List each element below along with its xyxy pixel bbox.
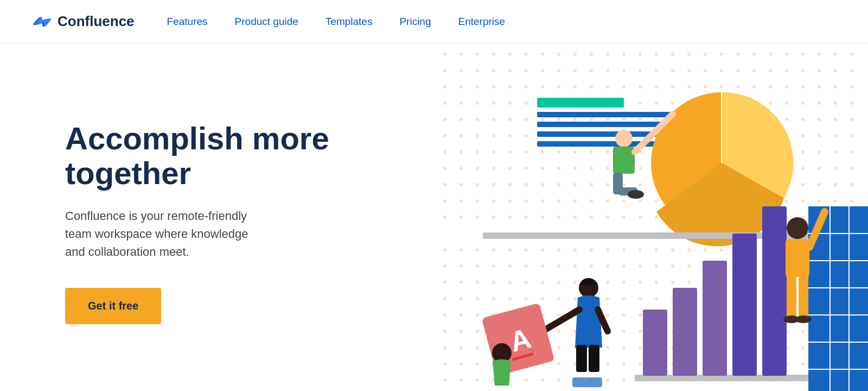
svg-rect-546 xyxy=(703,261,727,376)
svg-point-4 xyxy=(508,53,512,56)
logo-text: Confluence xyxy=(58,13,135,30)
svg-point-214 xyxy=(541,183,544,186)
svg-point-220 xyxy=(639,183,642,186)
nav-link-product-guide[interactable]: Product guide xyxy=(235,16,298,28)
svg-point-112 xyxy=(573,118,577,121)
svg-point-464 xyxy=(801,346,805,349)
svg-point-233 xyxy=(850,183,853,186)
svg-point-372 xyxy=(573,297,577,300)
nav-link-pricing[interactable]: Pricing xyxy=(399,16,431,28)
svg-point-478 xyxy=(606,362,609,365)
svg-point-57 xyxy=(525,85,528,89)
svg-point-157 xyxy=(459,150,463,154)
svg-point-20 xyxy=(769,53,772,56)
svg-point-376 xyxy=(639,297,642,300)
svg-point-490 xyxy=(801,362,805,365)
svg-point-290 xyxy=(508,248,512,251)
svg-point-108 xyxy=(508,118,512,121)
svg-point-159 xyxy=(492,150,495,154)
svg-point-504 xyxy=(606,379,609,382)
svg-point-51 xyxy=(850,69,853,72)
svg-point-499 xyxy=(525,379,528,382)
svg-point-55 xyxy=(492,85,495,89)
svg-point-103 xyxy=(850,102,853,105)
svg-point-76 xyxy=(834,85,837,89)
svg-point-1 xyxy=(459,53,463,56)
svg-point-317 xyxy=(525,264,528,268)
svg-point-117 xyxy=(655,118,658,121)
svg-point-443 xyxy=(459,346,463,349)
svg-point-323 xyxy=(622,264,626,268)
svg-point-273 xyxy=(655,216,658,219)
svg-point-50 xyxy=(834,69,837,72)
svg-point-454 xyxy=(639,346,642,349)
svg-rect-545 xyxy=(673,288,697,376)
svg-point-270 xyxy=(606,216,609,219)
svg-point-127 xyxy=(818,118,821,121)
svg-point-342 xyxy=(508,281,512,284)
svg-point-558 xyxy=(787,217,808,239)
svg-point-18 xyxy=(736,53,739,56)
svg-point-527 xyxy=(615,130,633,147)
get-it-free-button[interactable]: Get it free xyxy=(65,288,161,324)
svg-point-246 xyxy=(639,199,642,203)
svg-point-259 xyxy=(850,199,853,203)
svg-point-340 xyxy=(476,281,479,284)
svg-point-216 xyxy=(573,183,577,186)
svg-point-37 xyxy=(622,69,626,72)
svg-point-260 xyxy=(443,216,446,219)
svg-point-164 xyxy=(573,150,577,154)
svg-point-22 xyxy=(801,53,805,56)
svg-point-23 xyxy=(818,53,821,56)
svg-point-321 xyxy=(590,264,593,268)
svg-point-292 xyxy=(541,248,544,251)
svg-point-267 xyxy=(557,216,560,219)
svg-point-181 xyxy=(850,150,853,154)
svg-point-428 xyxy=(639,330,642,333)
logo-area[interactable]: Confluence xyxy=(33,12,135,31)
svg-point-369 xyxy=(525,297,528,300)
svg-point-56 xyxy=(508,85,512,89)
svg-point-343 xyxy=(525,281,528,284)
svg-point-69 xyxy=(720,85,723,89)
svg-point-217 xyxy=(590,183,593,186)
svg-point-237 xyxy=(492,199,495,203)
svg-point-262 xyxy=(476,216,479,219)
nav-link-templates[interactable]: Templates xyxy=(326,16,373,28)
svg-point-438 xyxy=(801,330,805,333)
svg-point-366 xyxy=(476,297,479,300)
svg-point-266 xyxy=(541,216,544,219)
svg-point-67 xyxy=(687,85,691,89)
svg-point-213 xyxy=(525,183,528,186)
svg-point-241 xyxy=(557,199,560,203)
svg-point-153 xyxy=(818,134,821,137)
svg-point-74 xyxy=(801,85,805,89)
svg-point-210 xyxy=(476,183,479,186)
svg-rect-544 xyxy=(643,310,667,376)
nav-link-enterprise[interactable]: Enterprise xyxy=(458,16,506,28)
svg-point-184 xyxy=(476,167,479,170)
svg-point-348 xyxy=(606,281,609,284)
svg-point-263 xyxy=(492,216,495,219)
svg-point-183 xyxy=(459,167,463,170)
hero-illustration: /* dots generated below */ xyxy=(434,43,868,391)
svg-point-314 xyxy=(476,264,479,268)
svg-point-500 xyxy=(541,379,544,382)
svg-point-449 xyxy=(557,346,560,349)
svg-point-235 xyxy=(459,199,463,203)
svg-point-268 xyxy=(573,216,577,219)
svg-point-130 xyxy=(443,134,446,137)
nav-link-features[interactable]: Features xyxy=(167,16,208,28)
svg-point-303 xyxy=(720,248,723,251)
svg-point-49 xyxy=(818,69,821,72)
svg-point-98 xyxy=(769,102,772,105)
svg-point-25 xyxy=(850,53,853,56)
svg-point-92 xyxy=(671,102,674,105)
svg-point-192 xyxy=(606,167,609,170)
svg-point-66 xyxy=(671,85,674,89)
svg-rect-520 xyxy=(537,98,624,108)
svg-point-100 xyxy=(801,102,805,105)
svg-point-367 xyxy=(492,297,495,300)
svg-point-81 xyxy=(492,102,495,105)
svg-point-287 xyxy=(459,248,463,251)
